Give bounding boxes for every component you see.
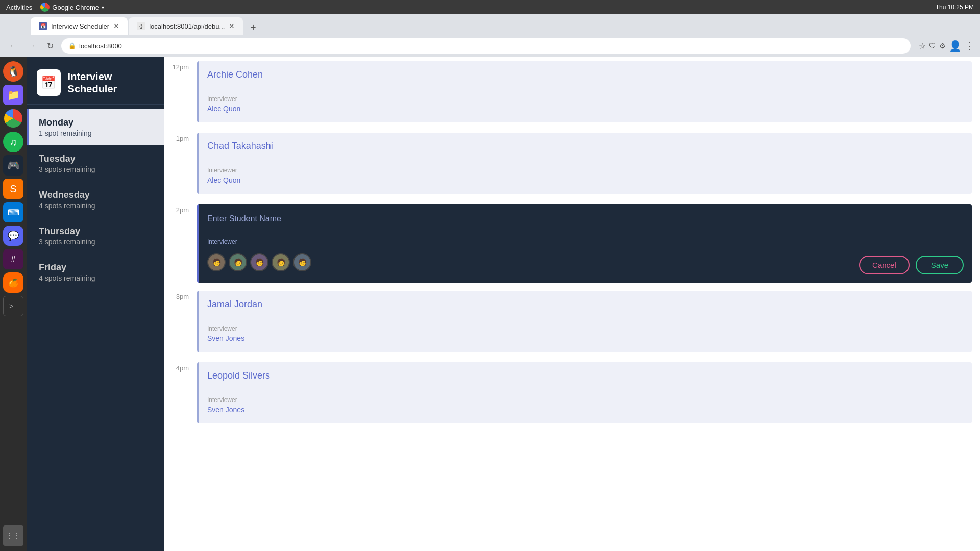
chrome-label: Google Chrome — [52, 4, 99, 11]
taskbar-icon-spotify[interactable]: ♫ — [3, 132, 23, 152]
time-label-2pm: 2pm — [164, 200, 193, 214]
taskbar-icon-vscode[interactable]: ⌨ — [3, 202, 23, 222]
taskbar: 🐧 📁 ♫ 🎮 S ⌨ 💬 # 🍊 >_ ⋮⋮ — [0, 57, 27, 551]
tab-close-1[interactable]: ✕ — [113, 22, 119, 30]
taskbar-icon-appstore[interactable]: 🍊 — [3, 272, 23, 293]
interviewer-name-2: Alec Quon — [207, 176, 964, 184]
card-actions: Cancel Save — [859, 256, 964, 274]
sidebar: 📅 Interview Scheduler Monday 1 spot rema… — [27, 57, 164, 551]
address-text: localhost:8000 — [79, 42, 122, 50]
time-label-12pm: 12pm — [164, 57, 193, 71]
student-name-2: Chad Takahashi — [207, 141, 964, 152]
os-time: Thu 10:25 PM — [936, 4, 974, 11]
day-name-friday: Friday — [39, 262, 154, 273]
time-block-4pm: 4pm Leopold Silvers Interviewer Sven Jon… — [164, 358, 980, 430]
student-name-input[interactable] — [207, 212, 661, 226]
new-tab-button[interactable]: + — [246, 20, 260, 35]
app-container: 📅 Interview Scheduler Monday 1 spot rema… — [27, 57, 980, 551]
taskbar-icon-ubuntu[interactable]: 🐧 — [3, 61, 23, 82]
student-name-5: Leopold Silvers — [207, 370, 964, 381]
sidebar-days: Monday 1 spot remaining Tuesday 3 spots … — [27, 105, 164, 294]
more-icon[interactable]: ⋮ — [965, 40, 974, 52]
interview-card-3-editing: Interviewer 🧑 🧑 🧑 🧑 🧑 Cancel Save — [197, 204, 972, 283]
avatar-1[interactable]: 🧑 — [207, 253, 226, 271]
taskbar-icon-terminal[interactable]: >_ — [3, 296, 23, 316]
day-spots-friday: 4 spots remaining — [39, 274, 154, 282]
chrome-dropdown-icon[interactable]: ▾ — [102, 5, 104, 10]
sidebar-logo: 📅 — [37, 69, 61, 96]
avatar-2[interactable]: 🧑 — [229, 253, 247, 271]
activities-label[interactable]: Activities — [6, 4, 32, 11]
taskbar-icon-slack[interactable]: # — [3, 249, 23, 269]
taskbar-icon-sublime[interactable]: S — [3, 179, 23, 199]
address-bar: ← → ↻ 🔒 localhost:8000 ☆ 🛡 ⚙ 👤 ⋮ — [0, 35, 980, 57]
sidebar-day-thursday[interactable]: Thursday 3 spots remaining — [27, 218, 164, 254]
time-block-2pm: 2pm Interviewer 🧑 🧑 🧑 🧑 🧑 Cance — [164, 200, 980, 287]
chrome-menu[interactable]: Google Chrome ▾ — [40, 3, 104, 12]
day-name-tuesday: Tuesday — [39, 154, 154, 164]
ext-icon-1[interactable]: 🛡 — [929, 42, 936, 50]
taskbar-icon-discord[interactable]: 💬 — [3, 226, 23, 246]
avatar-3[interactable]: 🧑 — [250, 253, 268, 271]
taskbar-icon-chrome[interactable] — [3, 108, 23, 129]
sidebar-day-tuesday[interactable]: Tuesday 3 spots remaining — [27, 145, 164, 182]
forward-button[interactable]: → — [24, 39, 39, 53]
interview-card-4[interactable]: Jamal Jordan Interviewer Sven Jones — [197, 291, 972, 352]
student-name-1: Archie Cohen — [207, 69, 964, 80]
interviewer-label-1: Interviewer — [207, 95, 964, 103]
ext-icon-2[interactable]: ⚙ — [939, 42, 946, 50]
sidebar-day-monday[interactable]: Monday 1 spot remaining — [27, 109, 164, 145]
back-button[interactable]: ← — [6, 39, 20, 53]
interviewer-name-5: Sven Jones — [207, 406, 964, 414]
interviewer-name-1: Alec Quon — [207, 105, 964, 113]
interview-card-5[interactable]: Leopold Silvers Interviewer Sven Jones — [197, 362, 972, 423]
taskbar-icon-files[interactable]: 📁 — [3, 85, 23, 105]
tab-favicon: 📅 — [39, 22, 47, 30]
save-button[interactable]: Save — [916, 256, 964, 274]
time-label-3pm: 3pm — [164, 287, 193, 300]
tab-bar: 📅 Interview Scheduler ✕ {} localhost:800… — [0, 14, 980, 35]
interviewer-label-2: Interviewer — [207, 167, 964, 174]
tab-interview-scheduler[interactable]: 📅 Interview Scheduler ✕ — [31, 17, 128, 35]
time-block-1pm: 1pm Chad Takahashi Interviewer Alec Quon — [164, 129, 980, 200]
address-input[interactable]: 🔒 localhost:8000 — [61, 38, 911, 54]
chrome-icon — [40, 3, 50, 12]
time-block-12pm: 12pm Archie Cohen Interviewer Alec Quon — [164, 57, 980, 129]
sidebar-day-wednesday[interactable]: Wednesday 4 spots remaining — [27, 182, 164, 218]
day-name-thursday: Thursday — [39, 226, 154, 237]
interviewer-name-4: Sven Jones — [207, 334, 964, 342]
day-name-wednesday: Wednesday — [39, 190, 154, 201]
taskbar-icon-steam[interactable]: 🎮 — [3, 155, 23, 176]
avatar-5[interactable]: 🧑 — [293, 253, 311, 271]
day-spots-monday: 1 spot remaining — [39, 129, 154, 137]
student-name-4: Jamal Jordan — [207, 299, 964, 310]
avatar-4[interactable]: 🧑 — [272, 253, 290, 271]
interview-card-2[interactable]: Chad Takahashi Interviewer Alec Quon — [197, 133, 972, 194]
tab-title-2: localhost:8001/api/debu... — [149, 22, 225, 30]
taskbar-icon-grid[interactable]: ⋮⋮ — [3, 525, 23, 546]
sidebar-app-title: Interview Scheduler — [68, 70, 154, 95]
address-icons: ☆ 🛡 ⚙ 👤 ⋮ — [919, 40, 974, 52]
tab-api[interactable]: {} localhost:8001/api/debu... ✕ — [129, 17, 243, 35]
account-icon[interactable]: 👤 — [949, 40, 962, 52]
bookmark-icon[interactable]: ☆ — [919, 41, 926, 51]
tab-favicon-2: {} — [137, 22, 145, 30]
main-layout: 🐧 📁 ♫ 🎮 S ⌨ 💬 # 🍊 >_ ⋮⋮ 📅 Interview Sche… — [0, 57, 980, 551]
sidebar-day-friday[interactable]: Friday 4 spots remaining — [27, 254, 164, 290]
main-content: 12pm Archie Cohen Interviewer Alec Quon … — [164, 57, 980, 551]
day-spots-thursday: 3 spots remaining — [39, 238, 154, 246]
tab-close-2[interactable]: ✕ — [229, 22, 235, 30]
time-block-3pm: 3pm Jamal Jordan Interviewer Sven Jones — [164, 287, 980, 358]
interview-card-1[interactable]: Archie Cohen Interviewer Alec Quon — [197, 61, 972, 122]
tab-title-1: Interview Scheduler — [51, 22, 109, 30]
browser-chrome: 📅 Interview Scheduler ✕ {} localhost:800… — [0, 14, 980, 57]
cancel-button[interactable]: Cancel — [859, 256, 910, 274]
taskbar-bottom: ⋮⋮ — [3, 525, 23, 547]
day-spots-wednesday: 4 spots remaining — [39, 202, 154, 210]
time-label-4pm: 4pm — [164, 358, 193, 372]
refresh-button[interactable]: ↻ — [43, 39, 57, 53]
time-label-1pm: 1pm — [164, 129, 193, 142]
day-spots-tuesday: 3 spots remaining — [39, 165, 154, 173]
day-name-monday: Monday — [39, 117, 154, 128]
sidebar-header: 📅 Interview Scheduler — [27, 57, 164, 105]
